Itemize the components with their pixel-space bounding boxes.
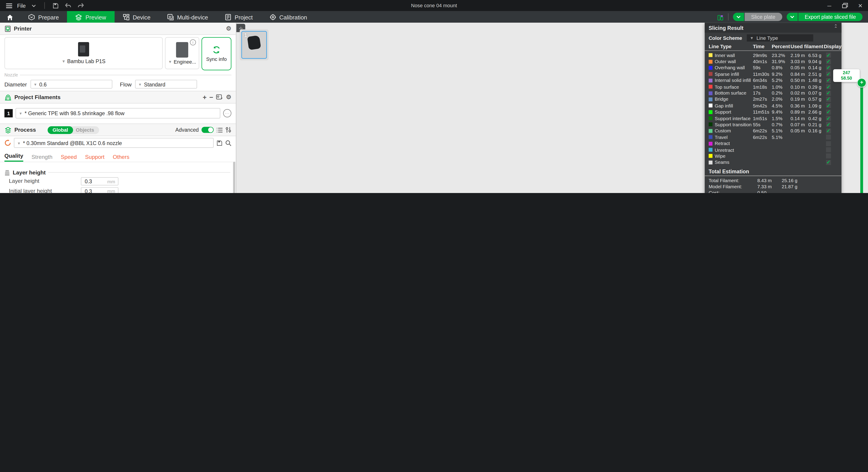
process-section-header: Process Global Objects Advanced bbox=[0, 123, 236, 136]
display-checkbox[interactable]: ✓ bbox=[826, 116, 831, 121]
layer-slider-track[interactable] bbox=[860, 85, 863, 193]
display-checkbox[interactable]: ✓ bbox=[826, 128, 831, 133]
process-layers-icon bbox=[4, 126, 12, 133]
line-type-time: 2m27s bbox=[753, 97, 772, 102]
display-checkbox[interactable]: ✓ bbox=[826, 78, 831, 83]
printer-section-title: Printer bbox=[14, 26, 32, 32]
reset-preset-icon[interactable] bbox=[4, 140, 11, 146]
plate-type-card[interactable]: i ▼Enginee... bbox=[165, 37, 199, 69]
slice-plate-dropdown[interactable] bbox=[733, 13, 744, 21]
display-checkbox[interactable]: ✓ bbox=[826, 97, 831, 102]
tab-multi-device[interactable]: Multi-device bbox=[159, 11, 216, 23]
scope-objects-button[interactable]: Objects bbox=[70, 126, 99, 134]
setting-label: Layer height bbox=[4, 178, 81, 185]
tab-prepare[interactable]: Prepare bbox=[20, 11, 67, 23]
display-checkbox[interactable] bbox=[826, 135, 831, 140]
viewport-3d[interactable]: Bambu Engineering Plate 01 bbox=[237, 23, 868, 193]
line-type-time: 6m34s bbox=[753, 78, 772, 83]
sync-info-button[interactable]: Sync info bbox=[202, 37, 231, 70]
total-estimation-body: Total Filament:8.43 m25.16 gModel Filame… bbox=[705, 177, 841, 193]
save-preset-icon[interactable] bbox=[216, 140, 223, 146]
param-tab-speed[interactable]: Speed bbox=[61, 154, 77, 161]
add-filament-button[interactable]: + bbox=[203, 93, 207, 101]
settings-scrollbar[interactable] bbox=[233, 162, 235, 193]
minimize-button[interactable]: ─ bbox=[822, 0, 837, 11]
line-type-used-filament: 0.05 m0.16 g bbox=[790, 128, 824, 134]
plate-thumbnail[interactable]: 1 bbox=[240, 29, 269, 60]
display-checkbox[interactable]: ✓ bbox=[826, 65, 831, 70]
remove-filament-button[interactable]: − bbox=[209, 93, 213, 101]
filament-settings-gear-icon[interactable]: ⚙ bbox=[226, 94, 231, 101]
param-tab-strength[interactable]: Strength bbox=[31, 154, 53, 161]
tune-sliders-icon[interactable] bbox=[225, 127, 231, 133]
view-list-icon[interactable] bbox=[216, 127, 223, 132]
plate-info-icon[interactable]: i bbox=[190, 39, 196, 46]
arrange-plates-icon[interactable] bbox=[717, 13, 723, 20]
search-settings-icon[interactable] bbox=[225, 140, 231, 146]
ams-sync-icon[interactable] bbox=[216, 94, 223, 100]
display-checkbox[interactable]: ✓ bbox=[826, 59, 831, 64]
preset-chevron-icon: ▼ bbox=[17, 141, 21, 145]
file-menu-chevron-icon[interactable] bbox=[29, 1, 38, 10]
filament-select[interactable]: ▼ * Generic TPE with 98.5 shrinkage .98 … bbox=[16, 108, 220, 118]
color-scheme-select[interactable]: ▼ Line Type bbox=[746, 34, 813, 41]
setting-input[interactable]: 0.3mm bbox=[81, 187, 118, 193]
tab-home[interactable] bbox=[0, 11, 20, 23]
line-type-percent: 31.9% bbox=[772, 59, 790, 64]
hamburger-menu-icon[interactable] bbox=[4, 1, 13, 10]
display-checkbox[interactable]: ✓ bbox=[826, 72, 831, 77]
slice-plate-button[interactable]: Slice plate bbox=[744, 13, 782, 21]
setting-input[interactable]: 0.3mm bbox=[81, 177, 118, 186]
display-checkbox[interactable]: ✓ bbox=[826, 103, 831, 108]
process-preset-select[interactable]: ▼ * 0.30mm Standard @BBL X1C 0.6 nozzle bbox=[14, 138, 214, 148]
display-checkbox[interactable]: ✓ bbox=[826, 122, 831, 127]
display-checkbox[interactable] bbox=[826, 154, 831, 158]
filament-more-button[interactable]: ··· bbox=[223, 109, 231, 117]
tab-preview[interactable]: Preview bbox=[67, 11, 115, 23]
flow-select[interactable]: ▼ Standard bbox=[135, 80, 197, 88]
line-type-time: 6m22s bbox=[753, 128, 772, 134]
maximize-button[interactable] bbox=[837, 0, 852, 11]
line-type-label: Seams bbox=[715, 160, 729, 165]
diameter-select[interactable]: ▼ 0.6 bbox=[30, 80, 112, 88]
line-type-color-swatch bbox=[709, 135, 712, 139]
line-type-percent: 4.5% bbox=[772, 103, 790, 108]
param-tab-quality[interactable]: Quality bbox=[4, 153, 23, 161]
redo-icon[interactable] bbox=[76, 1, 85, 10]
device-icon bbox=[123, 13, 129, 20]
display-checkbox[interactable] bbox=[826, 141, 831, 146]
printer-selector-card[interactable]: ▼Bambu Lab P1S bbox=[4, 37, 163, 69]
line-type-percent: 1.0% bbox=[772, 84, 790, 89]
collapse-panel-icon[interactable]: ⌃⌃ bbox=[834, 25, 837, 30]
export-dropdown[interactable] bbox=[786, 13, 798, 21]
close-button[interactable]: ✕ bbox=[852, 0, 868, 11]
tab-project[interactable]: Project bbox=[216, 11, 261, 23]
color-scheme-chevron-icon: ▼ bbox=[750, 36, 754, 40]
printer-settings-gear-icon[interactable]: ⚙ bbox=[226, 25, 231, 32]
display-checkbox[interactable]: ✓ bbox=[826, 110, 831, 115]
display-checkbox[interactable] bbox=[826, 147, 831, 152]
display-checkbox[interactable]: ✓ bbox=[826, 160, 831, 165]
tab-calibration[interactable]: Calibration bbox=[261, 11, 315, 23]
col-line-type: Line Type bbox=[709, 44, 753, 49]
tab-device[interactable]: Device bbox=[115, 11, 159, 23]
tab-project-label: Project bbox=[235, 13, 253, 20]
line-type-row: Retract bbox=[705, 140, 841, 147]
setting-value: 0.3 bbox=[82, 188, 92, 193]
line-type-color-swatch bbox=[709, 85, 712, 89]
layer-slider-top-handle[interactable]: + bbox=[857, 78, 866, 88]
display-checkbox[interactable]: ✓ bbox=[826, 90, 831, 95]
param-tab-others[interactable]: Others bbox=[113, 154, 129, 161]
param-tab-support[interactable]: Support bbox=[85, 154, 104, 161]
line-type-label: Top surface bbox=[715, 84, 739, 89]
group-rule bbox=[49, 172, 230, 173]
file-menu[interactable]: File bbox=[17, 2, 26, 9]
save-icon[interactable] bbox=[51, 1, 60, 10]
export-sliced-file-button[interactable]: Export plate sliced file bbox=[798, 13, 863, 21]
advanced-toggle[interactable] bbox=[202, 127, 214, 133]
scope-global-button[interactable]: Global bbox=[48, 126, 73, 134]
undo-icon[interactable] bbox=[64, 1, 73, 10]
display-checkbox[interactable]: ✓ bbox=[826, 53, 831, 58]
line-type-row: Top surface1m18s1.0%0.10 m0.29 g✓ bbox=[705, 84, 841, 90]
display-checkbox[interactable]: ✓ bbox=[826, 84, 831, 89]
